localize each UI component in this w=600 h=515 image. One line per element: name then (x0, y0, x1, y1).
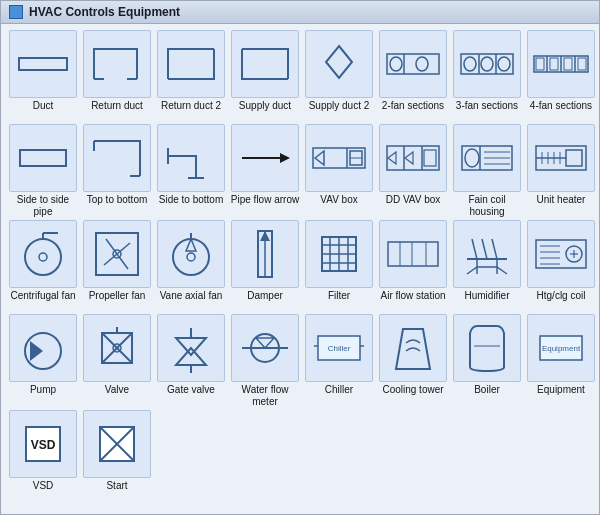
item-boiler[interactable]: Boiler (451, 314, 523, 408)
icon-return-duct-2[interactable] (157, 30, 225, 98)
icon-boiler[interactable] (453, 314, 521, 382)
item-supply-duct[interactable]: Supply duct (229, 30, 301, 122)
icon-filter[interactable] (305, 220, 373, 288)
item-cooling-tower[interactable]: Cooling tower (377, 314, 449, 408)
item-vane-axial-fan[interactable]: Vane axial fan (155, 220, 227, 312)
icon-vav-box[interactable] (305, 124, 373, 192)
label-boiler: Boiler (474, 384, 500, 406)
icon-unit-heater[interactable] (527, 124, 595, 192)
icon-cooling-tower[interactable] (379, 314, 447, 382)
item-fan-coil-housing[interactable]: Fain coil housing (451, 124, 523, 218)
svg-point-9 (416, 57, 428, 71)
icon-water-flow-meter[interactable] (231, 314, 299, 382)
item-pump[interactable]: Pump (7, 314, 79, 408)
item-unit-heater[interactable]: Unit heater (525, 124, 597, 218)
icon-side-to-side-pipe[interactable] (9, 124, 77, 192)
svg-point-67 (173, 239, 209, 275)
label-fan-coil-housing: Fain coil housing (451, 194, 523, 218)
icon-equipment[interactable]: Equipment (527, 314, 595, 382)
item-propeller-fan[interactable]: Propeller fan (81, 220, 153, 312)
label-equipment: Equipment (537, 384, 585, 406)
icon-supply-duct[interactable] (231, 30, 299, 98)
icon-valve[interactable] (83, 314, 151, 382)
item-2-fan-sections[interactable]: 2-fan sections (377, 30, 449, 122)
item-return-duct[interactable]: Return duct (81, 30, 153, 122)
label-pipe-flow-arrow: Pipe flow arrow (231, 194, 299, 216)
item-valve[interactable]: Valve (81, 314, 153, 408)
icon-top-to-bottom[interactable] (83, 124, 151, 192)
svg-line-86 (472, 239, 477, 259)
item-filter[interactable]: Filter (303, 220, 375, 312)
label-dd-vav-box: DD VAV box (386, 194, 441, 216)
item-3-fan-sections[interactable]: 3-fan sections (451, 30, 523, 122)
icon-return-duct[interactable] (83, 30, 151, 98)
label-cooling-tower: Cooling tower (382, 384, 443, 406)
item-side-to-side-pipe[interactable]: Side to side pipe (7, 124, 79, 218)
icon-humidifier[interactable] (453, 220, 521, 288)
item-supply-duct-2[interactable]: Supply duct 2 (303, 30, 375, 122)
item-return-duct-2[interactable]: Return duct 2 (155, 30, 227, 122)
icon-air-flow-station[interactable] (379, 220, 447, 288)
svg-line-65 (117, 254, 128, 269)
item-damper[interactable]: Damper (229, 220, 301, 312)
label-duct: Duct (33, 100, 54, 122)
label-top-to-bottom: Top to bottom (87, 194, 148, 216)
label-centrifugal-fan: Centrifugal fan (10, 290, 75, 312)
window-title: HVAC Controls Equipment (29, 5, 180, 19)
label-vav-box: VAV box (320, 194, 357, 216)
icon-supply-duct-2[interactable] (305, 30, 373, 98)
svg-marker-73 (260, 231, 270, 241)
icon-4-fan-sections[interactable] (527, 30, 595, 98)
label-3-fan-sections: 3-fan sections (456, 100, 518, 122)
icon-2-fan-sections[interactable] (379, 30, 447, 98)
svg-text:Equipment: Equipment (542, 344, 581, 353)
svg-marker-112 (256, 338, 274, 348)
icon-duct[interactable] (9, 30, 77, 98)
icon-pipe-flow-arrow[interactable] (231, 124, 299, 192)
icon-damper[interactable] (231, 220, 299, 288)
icon-fan-coil-housing[interactable] (453, 124, 521, 192)
item-htg-clg-coil[interactable]: Htg/clg coil (525, 220, 597, 312)
item-duct[interactable]: Duct (7, 30, 79, 122)
hvac-window: HVAC Controls Equipment Duct (0, 0, 600, 515)
item-side-to-bottom[interactable]: Side to bottom (155, 124, 227, 218)
icon-dd-vav-box[interactable] (379, 124, 447, 192)
label-return-duct: Return duct (91, 100, 143, 122)
icon-gate-valve[interactable] (157, 314, 225, 382)
icon-vane-axial-fan[interactable] (157, 220, 225, 288)
item-water-flow-meter[interactable]: Water flow meter (229, 314, 301, 408)
svg-rect-0 (19, 58, 67, 70)
item-4-fan-sections[interactable]: 4-fan sections (525, 30, 597, 122)
label-gate-valve: Gate valve (167, 384, 215, 406)
svg-line-87 (482, 239, 487, 259)
item-air-flow-station[interactable]: Air flow station (377, 220, 449, 312)
item-start[interactable]: Start (81, 410, 153, 502)
svg-marker-35 (315, 151, 324, 165)
item-pipe-flow-arrow[interactable]: Pipe flow arrow (229, 124, 301, 218)
item-humidifier[interactable]: Humidifier (451, 220, 523, 312)
svg-marker-100 (30, 341, 43, 361)
item-vsd[interactable]: VSD VSD (7, 410, 79, 502)
icon-start[interactable] (83, 410, 151, 478)
item-centrifugal-fan[interactable]: Centrifugal fan (7, 220, 79, 312)
icon-chiller[interactable]: Chiller (305, 314, 373, 382)
svg-point-14 (481, 57, 493, 71)
icon-pump[interactable] (9, 314, 77, 382)
item-chiller[interactable]: Chiller Chiller (303, 314, 375, 408)
item-gate-valve[interactable]: Gate valve (155, 314, 227, 408)
item-top-to-bottom[interactable]: Top to bottom (81, 124, 153, 218)
svg-point-13 (464, 57, 476, 71)
svg-rect-21 (550, 58, 558, 70)
svg-marker-41 (388, 152, 396, 164)
item-dd-vav-box[interactable]: DD VAV box (377, 124, 449, 218)
icon-side-to-bottom[interactable] (157, 124, 225, 192)
item-vav-box[interactable]: VAV box (303, 124, 375, 218)
icon-centrifugal-fan[interactable] (9, 220, 77, 288)
svg-point-68 (187, 253, 195, 261)
icon-propeller-fan[interactable] (83, 220, 151, 288)
icon-htg-clg-coil[interactable] (527, 220, 595, 288)
icon-grid: Duct Return duct Return duct 2 (1, 24, 599, 508)
item-equipment[interactable]: Equipment Equipment (525, 314, 597, 408)
icon-3-fan-sections[interactable] (453, 30, 521, 98)
icon-vsd[interactable]: VSD (9, 410, 77, 478)
